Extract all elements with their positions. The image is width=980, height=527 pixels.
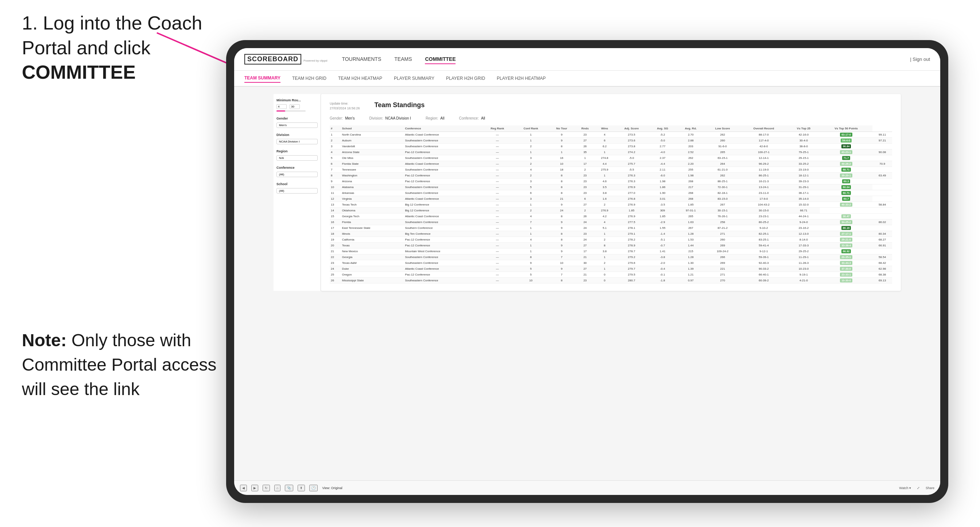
col-vs-top25: Vs Top 25 (788, 125, 820, 132)
table-row: 22GeorgiaSoutheastern Conference—8721127… (330, 254, 892, 260)
col-vs-top50: Vs Top 50 Points (820, 125, 872, 132)
score-badge: 60.7 (842, 197, 851, 201)
score-badge: 33-44-3 (840, 261, 852, 265)
table-row: 12VirginiaAtlantic Coast Conference—3216… (330, 196, 892, 202)
col-school: School (341, 125, 404, 132)
col-avg-rd: Avg. Rd. (676, 125, 705, 132)
toolbar-share-small-btn[interactable]: ⬆ (298, 485, 305, 491)
table-row: 15Georgia TechAtlantic Coast Conference—… (330, 214, 892, 219)
table-row: 26Mississippi StateSoutheastern Conferen… (330, 278, 892, 284)
toolbar-forward-btn[interactable]: ▶ (251, 485, 258, 491)
conference-filter-display: Conference: All (459, 116, 485, 120)
filter-conference-title: Conference (277, 166, 318, 170)
score-badge: 40-26-2 (840, 162, 852, 166)
toolbar-home-btn[interactable]: ⌂ (274, 485, 280, 491)
table-row: 3VanderbiltSoutheastern Conference—28266… (330, 144, 892, 149)
expand-btn[interactable]: ⤢ (917, 486, 920, 490)
table-row: 8WashingtonPac-12 Conference—28231276.3-… (330, 173, 892, 179)
conference-select[interactable]: (All) (277, 171, 318, 177)
header-row: # School Conference Reg Rank Conf Rank N… (330, 125, 892, 132)
region-select[interactable]: N/A (277, 155, 318, 161)
school-select[interactable]: (All) (277, 188, 318, 194)
nav-committee[interactable]: COMMITTEE (425, 55, 455, 64)
score-badge: 27-17-1 (840, 232, 852, 236)
sign-out[interactable]: | Sign out (910, 57, 930, 62)
filter-range-inputs (277, 104, 318, 109)
table-row: 13Texas TechBig 12 Conference—19272276.9… (330, 202, 892, 208)
subnav-player-h2h-grid[interactable]: PLAYER H2H GRID (446, 75, 485, 83)
toolbar-bookmark-btn[interactable]: 📎 (285, 485, 293, 491)
toolbar-view-original[interactable]: View: Original (322, 486, 342, 490)
region-filter-label: Region: (426, 116, 438, 120)
score-badge: 60.3 (842, 179, 851, 183)
logo-scoreboard: SCOREBOARD (244, 54, 301, 65)
col-conf-rank: Conf Rank (514, 125, 548, 132)
col-avg-sg: Avg. SG (649, 125, 676, 132)
col-overall-record: Overall Record (740, 125, 788, 132)
table-row: 21New MexicoMountain West Conference—191… (330, 249, 892, 254)
logo-sub: Powered by clippd (304, 59, 327, 62)
gender-filter-display: Gender: Men's (330, 116, 355, 120)
content-card: Update time: 27/03/2024 16:56:26 Team St… (321, 94, 901, 291)
table-container[interactable]: # School Conference Reg Rank Conf Rank N… (330, 125, 892, 284)
score-badge: 10-30-0 (840, 278, 852, 283)
filter-sidebar: Minimum Rou... Gender Men' (274, 94, 321, 291)
table-row: 10AlabamaSoutheastern Conference—58233.5… (330, 184, 892, 190)
subnav-player-h2h-heatmap[interactable]: PLAYER H2H HEATMAP (497, 75, 546, 83)
score-badge: 37-30-0 (840, 267, 852, 271)
filter-gender-section: Gender Men's (277, 117, 318, 128)
filter-min-rounds-title: Minimum Rou... (277, 98, 318, 102)
bottom-toolbar: ◀ ▶ ↻ ⌂ 📎 ⬆ 🕐 View: Original Watch ▾ ⤢ S… (234, 480, 940, 495)
score-badge: 71.7 (842, 156, 851, 160)
view-original-label: View: Original (322, 486, 342, 490)
subnav-player-summary[interactable]: PLAYER SUMMARY (394, 75, 434, 83)
score-badge: 20-35-1 (840, 255, 852, 259)
score-badge: 66.92 (842, 249, 851, 253)
step-committee: COMMITTEE (22, 62, 136, 83)
min-rounds-max-input[interactable] (290, 104, 300, 109)
min-rounds-min-input[interactable] (277, 104, 287, 109)
col-rank: # (330, 125, 341, 132)
filter-gender-title: Gender (277, 117, 318, 120)
tablet-screen: SCOREBOARD Powered by clippd TOURNAMENTS… (234, 48, 940, 495)
table-row: 9ArizonaPac-12 Conference—38234.6276.31.… (330, 179, 892, 184)
score-badge: 43-23-1 (840, 150, 852, 154)
table-row: 1North CarolinaAtlantic Coast Conference… (330, 132, 892, 138)
logo-area: SCOREBOARD Powered by clippd (244, 54, 327, 65)
toolbar-clock-btn[interactable]: 🕐 (309, 485, 318, 491)
note-bold: Note: (22, 330, 67, 350)
table-row: 14OklahomaBig 12 Conference—2242276.91.8… (330, 208, 892, 214)
filters-display-row: Gender: Men's Division: NCAA Division I … (330, 116, 892, 120)
conference-filter-value: All (481, 116, 485, 120)
subnav-team-summary[interactable]: TEAM SUMMARY (244, 74, 280, 83)
col-reg-rank: Reg Rank (481, 125, 514, 132)
table-row: 16FloridaSoutheastern Conference—7924427… (330, 219, 892, 225)
division-select[interactable]: NCAA Division I (277, 139, 318, 144)
region-filter-display: Region: All (426, 116, 445, 120)
score-badge: 63-17-0 (840, 133, 852, 137)
subnav-team-h2h-grid[interactable]: TEAM H2H GRID (292, 75, 326, 83)
toolbar-refresh-btn[interactable]: ↻ (262, 485, 270, 491)
slider-track (277, 110, 305, 111)
table-row: 5Ole MissSoutheastern Conference—3161274… (330, 155, 892, 161)
filter-school-title: School (277, 182, 318, 186)
table-row: 7TennesseeSoutheastern Conference—418227… (330, 167, 892, 173)
col-wins: Wins (595, 125, 614, 132)
nav-tournaments[interactable]: TOURNAMENTS (342, 55, 381, 64)
toolbar-back-btn[interactable]: ◀ (240, 485, 247, 491)
score-badge: 40-33-2 (840, 203, 852, 206)
col-adj-score: Adj. Score (614, 125, 649, 132)
subnav-team-h2h-heatmap[interactable]: TEAM H2H HEATMAP (338, 75, 382, 83)
table-row: 19CaliforniaPac-12 Conference—48242278.2… (330, 237, 892, 243)
filter-school-section: School (All) (277, 182, 318, 194)
watch-btn[interactable]: Watch ▾ (899, 486, 911, 490)
main-content: Minimum Rou... Gender Men' (234, 87, 940, 480)
gender-select[interactable]: Men's (277, 122, 318, 128)
update-time-label: Update time: (330, 101, 360, 106)
tablet-frame: SCOREBOARD Powered by clippd TOURNAMENTS… (226, 40, 948, 503)
nav-teams[interactable]: TEAMS (394, 55, 412, 64)
region-filter-value: All (440, 116, 444, 120)
table-row: 23Texas A&MSoutheastern Conference—91030… (330, 260, 892, 266)
share-btn[interactable]: Share (926, 486, 934, 490)
filter-conference-section: Conference (All) (277, 166, 318, 177)
